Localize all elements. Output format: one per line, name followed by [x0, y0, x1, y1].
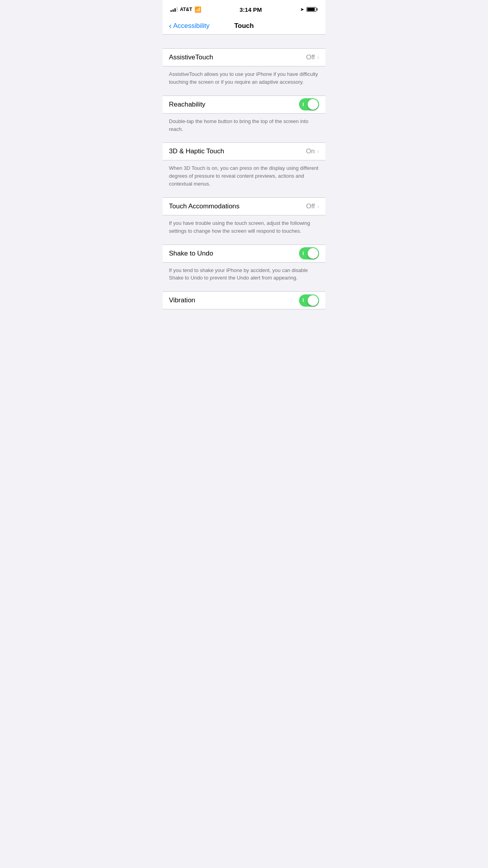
status-time: 3:14 PM [240, 6, 262, 13]
navigation-bar: ‹ Accessibility Touch [163, 17, 325, 35]
haptic-touch-group: 3D & Haptic Touch On › [163, 142, 325, 160]
reachability-description: Double-tap the home button to bring the … [169, 118, 308, 132]
toggle-i-icon-shake: I [303, 251, 304, 256]
vibration-row[interactable]: Vibration I [163, 292, 325, 309]
section-gap-top [163, 35, 325, 48]
toggle-i-icon: I [303, 102, 304, 107]
shake-to-undo-description-block: If you tend to shake your iPhone by acci… [163, 263, 325, 289]
touch-accommodations-description: If you have trouble using the touch scre… [169, 220, 310, 234]
touch-accommodations-label: Touch Accommodations [169, 202, 306, 210]
signal-bar-3 [174, 8, 176, 12]
assistive-touch-row[interactable]: AssistiveTouch Off › [163, 49, 325, 66]
vibration-group: Vibration I [163, 291, 325, 309]
haptic-touch-description-block: When 3D Touch is on, you can press on th… [163, 160, 325, 194]
touch-accommodations-chevron: › [317, 203, 319, 210]
shake-to-undo-toggle[interactable]: I [299, 247, 319, 259]
assistive-touch-label: AssistiveTouch [169, 53, 306, 61]
status-left: AT&T 📶 [171, 6, 201, 13]
haptic-touch-label: 3D & Haptic Touch [169, 147, 306, 155]
section-gap-1 [163, 92, 325, 96]
location-icon: ➤ [300, 7, 304, 12]
toggle-thumb-shake [308, 248, 318, 259]
section-gap-2 [163, 139, 325, 142]
touch-accommodations-row[interactable]: Touch Accommodations Off › [163, 198, 325, 215]
reachability-toggle[interactable]: I [299, 98, 319, 110]
battery-indicator [306, 7, 317, 12]
toggle-thumb-vibration [308, 295, 318, 306]
assistive-touch-status: Off [306, 53, 315, 61]
section-gap-5 [163, 288, 325, 291]
back-label: Accessibility [173, 22, 210, 30]
touch-accommodations-value: Off › [306, 202, 319, 210]
assistive-touch-description: AssistiveTouch allows you to use your iP… [169, 71, 318, 85]
reachability-row[interactable]: Reachability I [163, 96, 325, 113]
vibration-toggle[interactable]: I [299, 294, 319, 307]
reachability-group: Reachability I [163, 96, 325, 114]
signal-bar-1 [171, 10, 172, 12]
shake-to-undo-label: Shake to Undo [169, 250, 299, 257]
signal-bar-2 [172, 9, 174, 12]
vibration-label: Vibration [169, 296, 299, 304]
haptic-touch-chevron: › [317, 148, 319, 154]
carrier-name: AT&T [180, 7, 192, 12]
status-bar: AT&T 📶 3:14 PM ➤ [163, 0, 325, 17]
section-gap-3 [163, 194, 325, 197]
page-title: Touch [234, 22, 254, 30]
shake-to-undo-description: If you tend to shake your iPhone by acci… [169, 267, 308, 281]
back-chevron-icon: ‹ [169, 22, 172, 29]
toggle-thumb [308, 99, 318, 110]
reachability-label: Reachability [169, 101, 299, 108]
touch-accommodations-status: Off [306, 202, 315, 210]
assistive-touch-value: Off › [306, 53, 319, 61]
signal-bar-4 [176, 7, 178, 12]
haptic-touch-status: On [306, 147, 315, 155]
reachability-description-block: Double-tap the home button to bring the … [163, 114, 325, 140]
assistive-touch-group: AssistiveTouch Off › [163, 48, 325, 66]
status-right: ➤ [300, 7, 317, 12]
assistive-touch-description-block: AssistiveTouch allows you to use your iP… [163, 66, 325, 92]
haptic-touch-value: On › [306, 147, 319, 155]
back-button[interactable]: ‹ Accessibility [169, 22, 209, 30]
assistive-touch-chevron: › [317, 54, 319, 61]
touch-accommodations-description-block: If you have trouble using the touch scre… [163, 215, 325, 241]
haptic-touch-description: When 3D Touch is on, you can press on th… [169, 165, 318, 187]
section-gap-4 [163, 241, 325, 245]
shake-to-undo-group: Shake to Undo I [163, 245, 325, 263]
touch-accommodations-group: Touch Accommodations Off › [163, 197, 325, 215]
wifi-icon: 📶 [194, 6, 201, 13]
haptic-touch-row[interactable]: 3D & Haptic Touch On › [163, 143, 325, 160]
shake-to-undo-row[interactable]: Shake to Undo I [163, 245, 325, 262]
signal-bars [171, 7, 178, 12]
toggle-i-icon-vibration: I [303, 298, 304, 303]
